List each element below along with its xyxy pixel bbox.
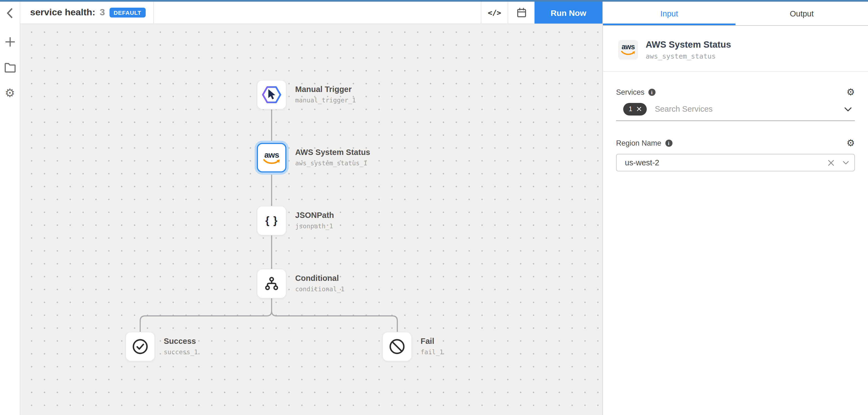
node-box: aws — [257, 143, 286, 172]
node-title: JSONPath — [295, 210, 334, 221]
header: service health: 3 DEFAULT </> Run Now — [20, 2, 602, 24]
panel-fields: Services i ⚙ 1 Search Services Region Na… — [603, 88, 868, 171]
header-spacer — [154, 2, 481, 24]
region-value[interactable]: us-west-2 — [625, 158, 828, 167]
panel-header: aws AWS System Status aws_system_status — [603, 26, 868, 72]
node-title: Manual Trigger — [295, 84, 356, 95]
aws-smile — [262, 159, 281, 165]
gear-icon[interactable]: ⚙ — [847, 138, 855, 148]
node-labels: Conditional conditional_1 — [295, 273, 344, 293]
node-box — [257, 80, 286, 109]
node-box — [382, 332, 412, 361]
info-icon[interactable]: i — [665, 139, 672, 147]
node-title: AWS System Status — [295, 147, 370, 158]
add-button[interactable] — [4, 36, 16, 47]
node-labels: Success success_1 — [164, 336, 198, 356]
node-labels: AWS System Status aws_system_status_1 — [295, 147, 370, 167]
node-id: jsonpath_1 — [295, 222, 334, 230]
tab-output[interactable]: Output — [736, 2, 868, 25]
info-icon[interactable]: i — [648, 89, 655, 96]
rail-icon-group: ⚙ — [4, 36, 16, 99]
node-conditional[interactable]: Conditional conditional_1 — [257, 269, 286, 298]
node-labels: Manual Trigger manual_trigger_1 — [295, 84, 356, 104]
node-labels: Fail fail_1 — [421, 336, 443, 356]
region-label: Region Name — [616, 139, 661, 147]
node-title: Conditional — [295, 273, 344, 284]
services-label-row: Services i ⚙ — [616, 88, 855, 97]
node-success[interactable]: Success success_1 — [125, 332, 155, 361]
node-box: { } — [257, 206, 286, 235]
branch-tree-icon — [263, 275, 280, 292]
manual-trigger-icon — [260, 83, 283, 106]
services-count-pill[interactable]: 1 — [623, 103, 647, 115]
plus-icon — [5, 36, 15, 47]
panel-header-text: AWS System Status aws_system_status — [646, 39, 731, 60]
left-icon-rail: ⚙ — [0, 2, 20, 415]
edge-branch-left — [140, 311, 272, 347]
calendar-icon — [516, 7, 527, 18]
aws-smile — [620, 50, 637, 56]
node-manual-trigger[interactable]: Manual Trigger manual_trigger_1 — [257, 80, 286, 109]
top-accent-bar — [0, 0, 868, 2]
panel-node-title: AWS System Status — [646, 39, 731, 50]
node-id: conditional_1 — [295, 285, 344, 293]
folder-button[interactable] — [4, 61, 16, 73]
node-id: fail_1 — [421, 348, 443, 356]
aws-logo-icon: aws — [262, 151, 281, 165]
code-view-button[interactable]: </> — [481, 2, 508, 24]
node-labels: JSONPath jsonpath_1 — [295, 210, 334, 230]
node-id: aws_system_status_1 — [295, 159, 370, 167]
clear-tag-icon[interactable] — [637, 107, 641, 111]
gear-icon: ⚙ — [5, 87, 15, 99]
node-title: Success — [164, 336, 198, 347]
services-multiselect[interactable]: 1 Search Services — [616, 97, 855, 121]
node-box — [125, 332, 155, 361]
region-label-row: Region Name i ⚙ — [616, 138, 855, 148]
workflow-title-section: service health: 3 DEFAULT — [20, 2, 154, 24]
node-aws-system-status[interactable]: aws AWS System Status aws_system_status_… — [257, 143, 286, 172]
node-title: Fail — [421, 336, 443, 347]
check-circle-icon — [131, 338, 149, 355]
edge-branch-right — [272, 311, 397, 347]
node-jsonpath[interactable]: { } JSONPath jsonpath_1 — [257, 206, 286, 235]
no-entry-icon — [388, 338, 406, 355]
panel-tabs: Input Output — [603, 2, 868, 26]
schedule-button[interactable] — [508, 2, 534, 24]
workflow-title: service health: — [30, 7, 95, 18]
default-badge: DEFAULT — [109, 8, 146, 18]
region-combobox[interactable]: us-west-2 — [616, 154, 855, 171]
code-icon: </> — [488, 8, 501, 17]
services-count: 1 — [629, 105, 632, 113]
settings-button[interactable]: ⚙ — [4, 87, 16, 99]
chevron-down-icon[interactable] — [844, 104, 851, 114]
node-config-panel: Input Output aws AWS System Status aws_s… — [602, 2, 868, 415]
back-chevron-icon — [7, 7, 13, 18]
workflow-canvas[interactable]: Manual Trigger manual_trigger_1 aws AWS … — [20, 24, 602, 415]
folder-icon — [4, 62, 16, 72]
services-label: Services — [616, 88, 645, 96]
run-now-button[interactable]: Run Now — [534, 2, 602, 24]
clear-icon[interactable] — [828, 160, 834, 166]
aws-logo-icon: aws — [618, 40, 638, 59]
node-fail[interactable]: Fail fail_1 — [382, 332, 412, 361]
run-now-label: Run Now — [551, 8, 586, 17]
panel-node-id: aws_system_status — [646, 52, 731, 60]
node-id: success_1 — [164, 348, 198, 356]
tab-input[interactable]: Input — [603, 2, 736, 25]
workflow-run-number: 3 — [100, 7, 105, 18]
node-id: manual_trigger_1 — [295, 96, 356, 104]
back-button[interactable] — [0, 2, 20, 24]
node-box — [257, 269, 286, 298]
curly-braces-icon: { } — [265, 215, 278, 227]
gear-icon[interactable]: ⚙ — [847, 88, 855, 97]
app-root: ⚙ service health: 3 DEFAULT </> Run Now — [0, 0, 868, 415]
chevron-down-icon[interactable] — [843, 161, 849, 164]
services-placeholder: Search Services — [655, 104, 712, 113]
